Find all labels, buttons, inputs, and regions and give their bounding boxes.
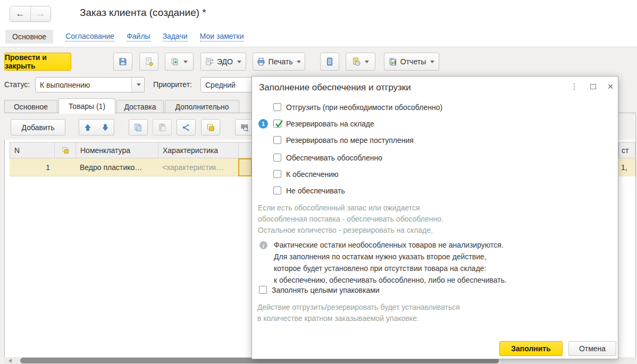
combo-dropdown-button[interactable] [131,78,144,92]
post-and-close-button[interactable]: Провести и закрыть [4,53,71,71]
move-down-button[interactable] [96,119,114,136]
add-row-button[interactable]: Добавить [11,119,65,136]
reports-label: Отчеты [400,57,426,66]
scheduled-doc-button[interactable] [346,53,375,71]
status-label: Статус: [4,80,30,89]
forward-button[interactable]: → [30,6,51,21]
checkbox-provide-separately[interactable] [273,154,281,162]
option-provide-separately: Обеспечивать обособленно [252,154,618,163]
dropdown-caret-icon [183,61,188,63]
checkbox-ship[interactable] [273,103,281,111]
tab-osnovnoe[interactable]: Основное [4,100,57,113]
dropdown-caret-icon [237,61,241,63]
cell-row-icon[interactable] [54,158,76,176]
status-value: К выполнению [36,81,131,89]
info-icon: i [259,241,267,249]
arrow-up-icon [84,124,91,131]
order-badge: 1 [258,119,268,129]
post-document-icon [145,57,153,66]
checkbox-whole-packages[interactable] [259,286,267,294]
col-header-nomenclature[interactable]: Номенклатура [76,142,158,158]
branch-arrows-icon [182,123,190,132]
nav-tabs: Основное Согласование Файлы Задачи Мои з… [5,29,244,44]
save-button[interactable] [113,53,132,71]
history-nav: ← → [10,6,51,22]
status-combobox[interactable]: К выполнению [35,77,145,92]
copy-button[interactable] [129,119,148,136]
reserve-hint-text: Если есть обособленный запас или ожидает… [258,202,443,236]
post-document-button[interactable] [139,53,158,71]
option-ship: Отгрузить (при необходимости обособленно… [252,103,618,113]
barcode-magnifier-icon [240,123,249,132]
save-icon [119,57,127,66]
checkbox-to-provision[interactable] [273,170,281,178]
checkbox-reserve-warehouse[interactable] [273,120,281,128]
register-list-icon [325,57,334,66]
edo-icon [205,57,214,66]
option-label[interactable]: Не обеспечивать [286,187,345,196]
cell-characteristic[interactable]: <характеристик… [158,158,238,176]
create-based-on-button[interactable] [165,53,194,71]
dialog-maximize-button[interactable] [587,81,599,92]
cell-num[interactable]: 1 [10,158,54,176]
nav-tab-fayly[interactable]: Файлы [127,32,150,41]
tab-dostavka[interactable]: Доставка [116,100,164,113]
tab-tovary[interactable]: Товары (1) [58,98,115,114]
dropdown-caret-icon [137,83,141,86]
option-whole-packages: Заполнять целыми упаковками [252,286,618,295]
page-title: Заказ клиента (создание) * [80,7,206,19]
document-clock-icon [352,57,361,66]
col-header-nomenclature-icon[interactable] [55,142,76,158]
option-label[interactable]: Заполнять целыми упаковками [272,286,380,295]
col-header-partial[interactable]: ст [619,142,635,158]
option-label[interactable]: Резервировать на складе [286,120,374,129]
nav-tab-osnovnoe[interactable]: Основное [5,30,53,44]
dropdown-caret-icon [297,61,301,63]
copy-icon [134,123,143,132]
dropdown-caret-icon [430,61,434,63]
checkbox-reserve-incoming[interactable] [273,136,281,144]
app-window: ← → Заказ клиента (создание) * Основное … [0,0,637,364]
open-nomenclature-button[interactable] [201,119,220,136]
split-row-button[interactable] [177,119,196,136]
edo-label: ЭДО [217,57,233,66]
dialog-buttons: Заполнить Отмена [252,341,618,356]
paste-button[interactable] [153,119,172,136]
back-button[interactable]: ← [10,6,30,21]
scroll-left-arrow-icon[interactable] [9,359,12,363]
dialog-menu-button[interactable]: ⋮ [568,81,580,92]
paste-icon [158,123,166,132]
option-label[interactable]: Отгрузить (при необходимости обособленно… [286,103,442,112]
fill-button[interactable]: Заполнить [499,341,563,356]
option-label[interactable]: К обеспечению [286,170,339,179]
cell-nomenclature[interactable]: Ведро пластико… [76,158,158,176]
edo-button[interactable]: ЭДО [200,53,246,71]
nav-tab-moi-zametki[interactable]: Мои заметки [200,32,244,41]
tab-dopolnitelno[interactable]: Дополнительно [165,100,239,113]
top-header: ← → Заказ клиента (создание) * Основное … [0,0,637,47]
col-header-characteristic[interactable]: Характеристика [158,142,239,158]
reports-icon [389,57,397,66]
option-label[interactable]: Обеспечивать обособленно [286,154,382,163]
option-label[interactable]: Резервировать по мере поступления [286,136,414,145]
move-up-button[interactable] [79,119,97,136]
fill-provision-dialog: Заполнение обеспечения и отгрузки ⋮ × От… [252,76,618,359]
checkbox-do-not-provide[interactable] [273,187,281,194]
main-toolbar: Провести и закрыть ЭДО Печать [0,53,637,71]
print-icon [257,57,265,66]
arrow-down-icon [102,124,109,131]
nav-tab-zadachi[interactable]: Задачи [163,32,188,41]
col-header-num[interactable]: N [10,142,55,158]
cell-partial-quantity[interactable]: 1, [619,158,635,176]
create-based-on-icon [171,57,179,66]
packages-hint-text: Действие отгрузить/резервировать будет у… [257,302,460,324]
reports-button[interactable]: Отчеты [384,53,439,71]
option-do-not-provide: Не обеспечивать [252,187,618,196]
document-register-button[interactable] [320,53,339,71]
print-button[interactable]: Печать [253,53,305,71]
option-reserve-warehouse: 1 Резервировать на складе [252,120,618,129]
active-cell[interactable] [238,158,252,176]
nav-tab-soglasovanie[interactable]: Согласование [65,32,114,41]
dialog-close-button[interactable]: × [605,81,616,92]
cancel-button[interactable]: Отмена [568,341,616,356]
